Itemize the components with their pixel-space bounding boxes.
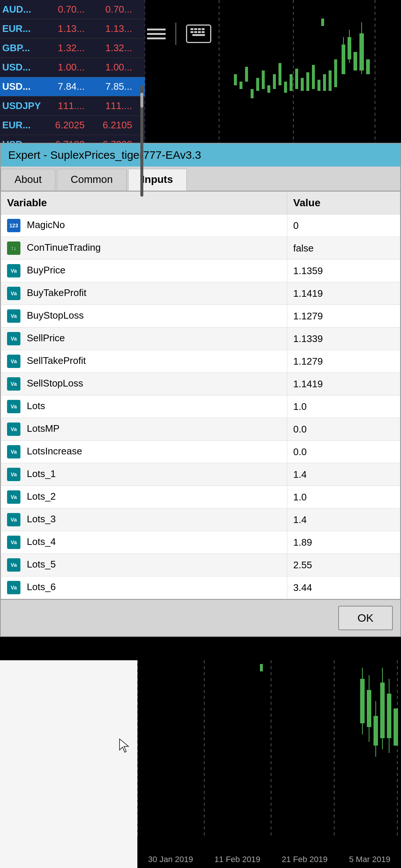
market-bid: 7.84... <box>43 81 88 92</box>
table-row[interactable]: ↑↓ ConTinueTrading false <box>1 237 400 260</box>
table-row[interactable]: Va Lots_3 1.4 <box>1 509 400 531</box>
svg-rect-22 <box>290 74 293 91</box>
keyboard-button[interactable] <box>184 22 213 45</box>
value-cell[interactable]: 0.0 <box>287 441 400 463</box>
variable-cell: ↑↓ ConTinueTrading <box>1 237 287 260</box>
var-icon: Va <box>7 309 20 323</box>
svg-rect-30 <box>334 59 337 87</box>
market-row[interactable]: USD... 1.00... 1.00... <box>0 58 145 77</box>
market-ask: 6.2105 <box>88 119 132 131</box>
toolbar <box>145 22 213 45</box>
value-cell[interactable]: 1.89 <box>287 531 400 554</box>
var-icon: Va <box>7 581 20 594</box>
value-cell[interactable]: 1.0 <box>287 395 400 418</box>
date-label-1: 30 Jan 2019 <box>148 855 193 864</box>
market-row[interactable]: USD... 7.84... 7.85... <box>0 77 145 96</box>
table-row[interactable]: Va Lots_4 1.89 <box>1 531 400 554</box>
var-icon: Va <box>7 423 20 436</box>
value-cell[interactable]: 1.1279 <box>287 350 400 373</box>
variable-name: BuyStopLoss <box>27 310 84 321</box>
svg-rect-19 <box>273 74 276 89</box>
tab-inputs[interactable]: Inputs <box>128 169 187 191</box>
variable-cell: Va Lots_4 <box>1 531 287 554</box>
variable-name: Lots_5 <box>27 559 56 570</box>
table-row[interactable]: Va Lots_5 2.55 <box>1 554 400 576</box>
variable-cell: Va Lots_6 <box>1 576 287 599</box>
variable-name: SellPrice <box>27 332 65 343</box>
table-row[interactable]: Va LotsIncrease 0.0 <box>1 441 400 463</box>
keyboard-icon <box>186 24 211 43</box>
var-icon: Va <box>7 400 20 413</box>
svg-rect-38 <box>198 31 201 33</box>
market-bid: 6.2025 <box>43 119 88 131</box>
value-cell[interactable]: 1.4 <box>287 509 400 531</box>
table-row[interactable]: 123 MagicNo 0 <box>1 214 400 237</box>
value-cell[interactable]: 3.44 <box>287 576 400 599</box>
table-row[interactable]: Va SellPrice 1.1339 <box>1 328 400 350</box>
var-icon: Va <box>7 355 20 368</box>
var-icon: Va <box>7 468 20 481</box>
expert-dialog: Expert - SuplexPrices_tiger777-EAv3.3 Ab… <box>0 143 401 637</box>
variable-name: LotsMP <box>27 423 59 434</box>
variable-cell: Va Lots_3 <box>1 509 287 531</box>
market-bid: 1.32... <box>43 42 88 54</box>
svg-rect-36 <box>190 31 193 33</box>
market-row[interactable]: EUR... 6.2025 6.2105 <box>0 116 145 135</box>
expert-tbody: 123 MagicNo 0 ↑↓ ConTinueTrading false V… <box>1 214 400 599</box>
svg-rect-37 <box>194 31 197 33</box>
variable-name: BuyTakeProfit <box>27 287 86 298</box>
var-icon: ↑↓ <box>7 241 20 255</box>
market-row[interactable]: USDJPY 111.... 111.... <box>0 96 145 116</box>
scroll-thumb <box>140 93 143 108</box>
svg-rect-27 <box>317 80 320 91</box>
value-cell[interactable]: 0 <box>287 214 400 237</box>
date-labels: 30 Jan 2019 11 Feb 2019 21 Feb 2019 5 Ma… <box>137 855 401 864</box>
var-icon: Va <box>7 445 20 458</box>
svg-rect-17 <box>262 70 265 89</box>
ok-button[interactable]: OK <box>338 606 393 630</box>
variable-name: Lots_6 <box>27 581 56 592</box>
svg-rect-24 <box>301 78 304 91</box>
value-cell[interactable]: 1.1359 <box>287 260 400 282</box>
date-label-3: 21 Feb 2019 <box>282 855 328 864</box>
value-cell[interactable]: 2.55 <box>287 554 400 576</box>
svg-rect-35 <box>202 28 205 30</box>
variable-cell: Va LotsMP <box>1 418 287 441</box>
value-cell[interactable]: 1.1419 <box>287 282 400 305</box>
value-cell[interactable]: 1.4 <box>287 463 400 486</box>
chart-bottom: 30 Jan 2019 11 Feb 2019 21 Feb 2019 5 Ma… <box>0 660 401 868</box>
bottom-left-panel <box>0 660 137 868</box>
market-row[interactable]: AUD... 0.70... 0.70... <box>0 0 145 19</box>
table-row[interactable]: Va BuyTakeProfit 1.1419 <box>1 282 400 305</box>
menu-button[interactable] <box>145 26 168 42</box>
variable-name: MagicNo <box>27 219 65 230</box>
svg-rect-25 <box>306 72 309 91</box>
date-label-2: 11 Feb 2019 <box>215 855 261 864</box>
market-symbol: USD... <box>2 81 43 92</box>
variable-cell: Va SellPrice <box>1 328 287 350</box>
value-cell[interactable]: 1.0 <box>287 486 400 509</box>
market-row[interactable]: EUR... 1.13... 1.13... <box>0 19 145 39</box>
table-row[interactable]: Va Lots_6 3.44 <box>1 576 400 599</box>
table-row[interactable]: Va LotsMP 0.0 <box>1 418 400 441</box>
value-cell[interactable]: 1.1279 <box>287 305 400 328</box>
value-cell[interactable]: 1.1419 <box>287 373 400 395</box>
table-row[interactable]: Va Lots_2 1.0 <box>1 486 400 509</box>
svg-rect-39 <box>202 31 205 33</box>
tab-about[interactable]: About <box>1 169 55 191</box>
tab-common[interactable]: Common <box>57 169 127 191</box>
table-row[interactable]: Va SellStopLoss 1.1419 <box>1 373 400 395</box>
value-cell[interactable]: 0.0 <box>287 418 400 441</box>
svg-rect-56 <box>394 708 398 746</box>
scroll-indicator[interactable] <box>140 85 143 197</box>
table-row[interactable]: Va Lots 1.0 <box>1 395 400 418</box>
value-cell[interactable]: false <box>287 237 400 260</box>
table-row[interactable]: Va Lots_1 1.4 <box>1 463 400 486</box>
var-icon: Va <box>7 536 20 549</box>
table-row[interactable]: Va SellTakeProfit 1.1279 <box>1 350 400 373</box>
table-row[interactable]: Va BuyPrice 1.1359 <box>1 260 400 282</box>
table-row[interactable]: Va BuyStopLoss 1.1279 <box>1 305 400 328</box>
value-cell[interactable]: 1.1339 <box>287 328 400 350</box>
market-row[interactable]: GBP... 1.32... 1.32... <box>0 39 145 58</box>
variable-name: LotsIncrease <box>27 445 82 457</box>
